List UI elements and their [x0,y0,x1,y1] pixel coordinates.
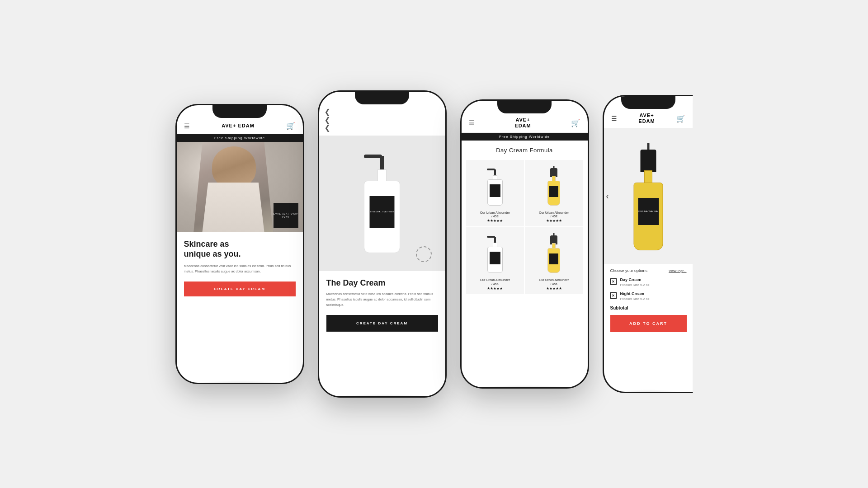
phone-4-header: ☰ AVE+EDAM 🛒 [604,109,693,128]
large-dropper-cap [641,150,656,172]
scene: ☰ AVE+ EDAM 🛒 Free Shipping Worldwide EV… [0,0,868,488]
back-arrow-icon[interactable]: ❮❮❮ [325,108,330,132]
product-card-1[interactable]: Our Urban Allrounder / 45€ ★★★★★ [466,160,524,226]
product-grid-3: Our Urban Allrounder / 45€ ★★★★★ [462,160,588,294]
shipping-banner-1: Free Shipping Worldwide [177,134,303,142]
phone-1-headline: Skincare asunique as you. [184,239,296,259]
product-name-2: Our Urban Allrounder [528,211,580,215]
mini-bottle-1 [484,167,506,206]
phone-3-header: ☰ AVE+EDAM 🛒 [462,113,588,133]
product-card-4[interactable]: Our Urban Allrounder / 45€ ★★★★★ [525,227,583,294]
brand-logo-1: AVE+ EDAM [222,123,255,129]
shipping-banner-3: Free Shipping Worldwide [462,133,588,141]
product-price-3: / 45€ [470,282,521,286]
view-ingredients-link[interactable]: View Ingr... [669,269,686,273]
product-bottle-2: EVVE AVA+ VVAV VVAV [350,154,414,253]
create-day-cream-button-2[interactable]: CREATE DAY CREAM [326,315,438,332]
bottle-label-2: EVVE AVA+ VVAV VVAV [370,196,395,228]
option-item-1: ✕ Day Cream Product Size 5.2 oz [610,277,687,287]
phone-4: ☰ AVE+EDAM 🛒 ‹ EVVE AVA+ VVAV VVAV [603,95,693,393]
hero-image-1: EVVE AVA+ VVAV VVAV [177,142,303,232]
mini-dropper-4 [545,235,563,273]
phone-4-options: Choose your options View Ingr... ✕ Day C… [604,264,693,336]
scroll-indicator [416,246,432,262]
mini-dropper-2 [545,167,563,206]
option-details-2: Night Cream Product Size 5.2 oz [620,291,650,301]
mini-dropper-body-4 [547,248,560,273]
large-dropper-neck [644,170,652,184]
hero-logo-box: EVVE AVA+ VVAV VVAV [274,203,298,228]
phone-1: ☰ AVE+ EDAM 🛒 Free Shipping Worldwide EV… [175,104,304,384]
product-price-1: / 45€ [470,215,521,218]
hero-logo-text: EVVE AVA+ VVAV VVAV [274,212,298,219]
product-card-2[interactable]: Our Urban Allrounder / 45€ ★★★★★ [525,160,583,226]
phone-4-product-image: ‹ EVVE AVA+ VVAV VVAV [604,128,693,264]
product-stars-1: ★★★★★ [470,219,521,223]
option-name-1: Day Cream [620,277,650,283]
mini-dropper-label-2 [549,186,558,197]
product-card-3[interactable]: Our Urban Allrounder / 45€ ★★★★★ [466,227,524,294]
bottle-pump-head [364,155,382,158]
phone-2-product-title: The Day Cream [326,278,438,288]
phone-2-header: ❮❮❮ [319,104,445,136]
mini-dropper-body-2 [547,181,560,206]
phone-4-notch [621,96,675,109]
product-card-img-1 [470,164,521,209]
option-item-2: ✕ Night Cream Product Size 5.2 oz [610,291,687,301]
phone-3-notch [497,101,552,113]
product-name-4: Our Urban Allrounder [528,278,580,282]
brand-logo-4: AVE+EDAM [638,113,655,124]
brand-logo-3: AVE+EDAM [514,117,531,129]
phone-1-header: ☰ AVE+ EDAM 🛒 [177,118,303,134]
product-stars-3: ★★★★★ [470,286,521,291]
mini-bottle-3 [484,235,506,273]
phone-2-notch [355,92,409,104]
checkbox-check-1: ✕ [612,280,615,284]
section-title-3: Day Cream Formula [462,141,588,160]
hamburger-icon-3[interactable]: ☰ [469,119,475,127]
phone-2-info: The Day Cream Maecenas consectetur velit… [319,271,445,339]
checkbox-check-2: ✕ [612,294,615,298]
mini-label-1 [490,184,500,197]
large-dropper-label: EVVE AVA+ VVAV VVAV [638,198,659,225]
product-name-1: Our Urban Allrounder [470,211,521,215]
prev-product-button[interactable]: ‹ [606,192,609,201]
bottle-body: EVVE AVA+ VVAV VVAV [364,181,400,253]
add-to-cart-button[interactable]: ADD TO CART [610,315,687,332]
mini-body-1 [487,179,503,206]
large-dropper-label-text: EVVE AVA+ VVAV VVAV [638,210,658,213]
option-size-2: Product Size 5.2 oz [620,297,650,301]
phone-3: ☰ AVE+EDAM 🛒 Free Shipping Worldwide Day… [460,99,589,389]
phone-2-product-image: EVVE AVA+ VVAV VVAV [319,136,445,271]
option-name-2: Night Cream [620,291,650,297]
phone-1-text-section: Skincare asunique as you. Maecenas conse… [177,232,303,301]
product-card-img-3 [470,231,521,276]
phone-1-notch [212,105,267,118]
woman-head [212,146,256,187]
subtotal-label: Subtotal [610,305,687,310]
options-header: Choose your options View Ingr... [610,268,687,273]
mini-dropper-label-4 [549,253,558,264]
create-day-cream-button-1[interactable]: CREATE DAY CREAM [184,282,296,296]
product-stars-4: ★★★★★ [528,286,580,291]
phone-2: ❮❮❮ EVVE AVA+ VVAV VVAV The [318,90,447,398]
hamburger-icon-4[interactable]: ☰ [611,115,617,122]
large-dropper-4: EVVE AVA+ VVAV VVAV [626,142,671,250]
mini-label-3 [490,252,500,264]
product-card-img-2 [528,164,580,209]
cart-icon-3[interactable]: 🛒 [571,119,580,127]
options-title: Choose your options [610,268,648,273]
cart-icon-1[interactable]: 🛒 [286,122,295,130]
product-price-4: / 45€ [528,282,580,286]
large-dropper-body: EVVE AVA+ VVAV VVAV [634,183,663,250]
product-card-img-4 [528,231,580,276]
product-price-2: / 45€ [528,215,580,218]
option-size-1: Product Size 5.2 oz [620,283,650,287]
option-checkbox-2[interactable]: ✕ [610,292,617,299]
phone-2-product-desc: Maecenas consectetur velit vitae leo sod… [326,291,438,308]
mini-body-3 [487,247,503,273]
cart-icon-4[interactable]: 🛒 [676,114,685,123]
option-checkbox-1[interactable]: ✕ [610,278,617,285]
hamburger-icon[interactable]: ☰ [184,122,190,130]
phone-1-body: Maecenas consectetur velit vitae leo sod… [184,263,296,274]
